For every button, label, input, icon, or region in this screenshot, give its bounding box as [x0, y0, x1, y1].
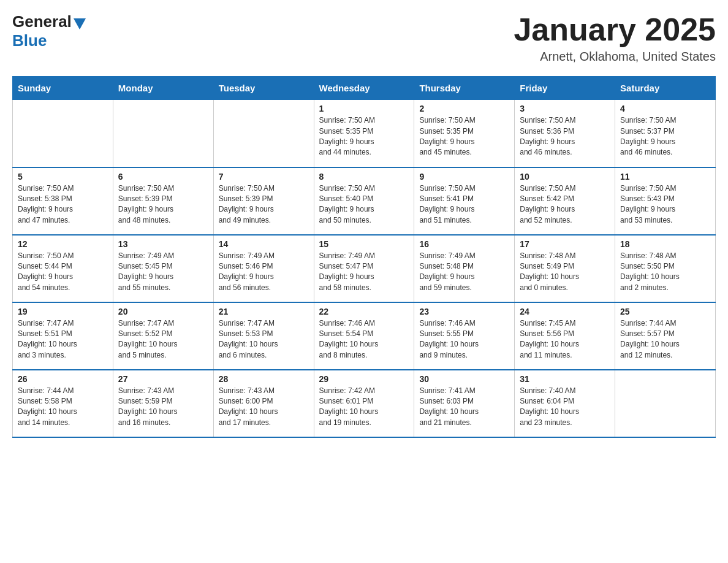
day-number: 17: [520, 239, 610, 249]
day-info: Sunrise: 7:49 AM Sunset: 5:47 PM Dayligh…: [319, 251, 409, 294]
calendar-cell: 22Sunrise: 7:46 AM Sunset: 5:54 PM Dayli…: [314, 302, 414, 370]
calendar-cell: 15Sunrise: 7:49 AM Sunset: 5:47 PM Dayli…: [314, 235, 414, 302]
day-number: 26: [18, 374, 108, 384]
day-info: Sunrise: 7:50 AM Sunset: 5:39 PM Dayligh…: [219, 183, 309, 226]
day-number: 6: [118, 172, 208, 182]
day-info: Sunrise: 7:50 AM Sunset: 5:35 PM Dayligh…: [419, 115, 509, 158]
day-number: 10: [520, 172, 610, 182]
calendar-cell: 19Sunrise: 7:47 AM Sunset: 5:51 PM Dayli…: [13, 302, 113, 370]
day-info: Sunrise: 7:48 AM Sunset: 5:49 PM Dayligh…: [520, 251, 610, 294]
calendar-cell: 26Sunrise: 7:44 AM Sunset: 5:58 PM Dayli…: [13, 370, 113, 437]
calendar-cell: 30Sunrise: 7:41 AM Sunset: 6:03 PM Dayli…: [414, 370, 515, 437]
calendar-cell: 4Sunrise: 7:50 AM Sunset: 5:37 PM Daylig…: [615, 100, 716, 167]
day-info: Sunrise: 7:49 AM Sunset: 5:46 PM Dayligh…: [219, 251, 309, 294]
day-info: Sunrise: 7:46 AM Sunset: 5:55 PM Dayligh…: [419, 318, 509, 361]
day-info: Sunrise: 7:44 AM Sunset: 5:57 PM Dayligh…: [620, 318, 710, 361]
calendar-cell: 2Sunrise: 7:50 AM Sunset: 5:35 PM Daylig…: [414, 100, 515, 167]
calendar-cell: 21Sunrise: 7:47 AM Sunset: 5:53 PM Dayli…: [213, 302, 314, 370]
day-number: 30: [419, 374, 509, 384]
day-number: 27: [118, 374, 208, 384]
calendar-cell: 11Sunrise: 7:50 AM Sunset: 5:43 PM Dayli…: [615, 167, 716, 235]
location-title: Arnett, Oklahoma, United States: [514, 50, 716, 64]
calendar-cell: 1Sunrise: 7:50 AM Sunset: 5:35 PM Daylig…: [314, 100, 414, 167]
day-number: 24: [520, 307, 610, 316]
calendar-cell: 28Sunrise: 7:43 AM Sunset: 6:00 PM Dayli…: [213, 370, 314, 437]
calendar-cell: 7Sunrise: 7:50 AM Sunset: 5:39 PM Daylig…: [213, 167, 314, 235]
calendar-cell: 6Sunrise: 7:50 AM Sunset: 5:39 PM Daylig…: [113, 167, 213, 235]
day-number: 29: [319, 374, 409, 384]
calendar-cell: [113, 100, 213, 167]
day-info: Sunrise: 7:50 AM Sunset: 5:41 PM Dayligh…: [419, 183, 509, 226]
page-header: General Blue January 2025 Arnett, Oklaho…: [12, 12, 716, 64]
calendar-cell: 27Sunrise: 7:43 AM Sunset: 5:59 PM Dayli…: [113, 370, 213, 437]
day-number: 23: [419, 307, 509, 316]
logo-general-text: General: [12, 12, 72, 31]
day-number: 31: [520, 374, 610, 384]
header-monday: Monday: [113, 77, 213, 100]
day-number: 20: [118, 307, 208, 316]
day-number: 5: [18, 172, 108, 182]
day-number: 16: [419, 239, 509, 249]
month-title: January 2025: [514, 12, 716, 47]
calendar-header-row: SundayMondayTuesdayWednesdayThursdayFrid…: [13, 77, 716, 100]
day-info: Sunrise: 7:50 AM Sunset: 5:36 PM Dayligh…: [520, 115, 610, 158]
day-number: 18: [620, 239, 710, 249]
calendar-cell: 24Sunrise: 7:45 AM Sunset: 5:56 PM Dayli…: [515, 302, 615, 370]
calendar-cell: [13, 100, 113, 167]
calendar-cell: 18Sunrise: 7:48 AM Sunset: 5:50 PM Dayli…: [615, 235, 716, 302]
calendar-cell: 5Sunrise: 7:50 AM Sunset: 5:38 PM Daylig…: [13, 167, 113, 235]
day-info: Sunrise: 7:50 AM Sunset: 5:39 PM Dayligh…: [118, 183, 208, 226]
calendar-cell: 25Sunrise: 7:44 AM Sunset: 5:57 PM Dayli…: [615, 302, 716, 370]
calendar-cell: 20Sunrise: 7:47 AM Sunset: 5:52 PM Dayli…: [113, 302, 213, 370]
day-number: 25: [620, 307, 710, 316]
logo: General Blue: [12, 12, 86, 50]
day-number: 9: [419, 172, 509, 182]
day-number: 4: [620, 104, 710, 113]
day-info: Sunrise: 7:50 AM Sunset: 5:44 PM Dayligh…: [18, 251, 108, 294]
header-thursday: Thursday: [414, 77, 515, 100]
calendar-cell: 17Sunrise: 7:48 AM Sunset: 5:49 PM Dayli…: [515, 235, 615, 302]
calendar-week-row: 1Sunrise: 7:50 AM Sunset: 5:35 PM Daylig…: [13, 100, 716, 167]
day-number: 7: [219, 172, 309, 182]
day-info: Sunrise: 7:41 AM Sunset: 6:03 PM Dayligh…: [419, 386, 509, 429]
day-info: Sunrise: 7:49 AM Sunset: 5:48 PM Dayligh…: [419, 251, 509, 294]
day-info: Sunrise: 7:48 AM Sunset: 5:50 PM Dayligh…: [620, 251, 710, 294]
day-info: Sunrise: 7:50 AM Sunset: 5:40 PM Dayligh…: [319, 183, 409, 226]
title-section: January 2025 Arnett, Oklahoma, United St…: [514, 12, 716, 64]
calendar-cell: 23Sunrise: 7:46 AM Sunset: 5:55 PM Dayli…: [414, 302, 515, 370]
day-number: 1: [319, 104, 409, 113]
calendar-table: SundayMondayTuesdayWednesdayThursdayFrid…: [12, 76, 716, 438]
header-tuesday: Tuesday: [213, 77, 314, 100]
calendar-cell: 13Sunrise: 7:49 AM Sunset: 5:45 PM Dayli…: [113, 235, 213, 302]
logo-triangle-icon: [74, 18, 86, 29]
day-info: Sunrise: 7:43 AM Sunset: 6:00 PM Dayligh…: [219, 386, 309, 429]
day-info: Sunrise: 7:50 AM Sunset: 5:38 PM Dayligh…: [18, 183, 108, 226]
calendar-cell: [213, 100, 314, 167]
day-number: 8: [319, 172, 409, 182]
header-saturday: Saturday: [615, 77, 716, 100]
day-number: 13: [118, 239, 208, 249]
day-info: Sunrise: 7:50 AM Sunset: 5:37 PM Dayligh…: [620, 115, 710, 158]
calendar-cell: 29Sunrise: 7:42 AM Sunset: 6:01 PM Dayli…: [314, 370, 414, 437]
header-sunday: Sunday: [13, 77, 113, 100]
day-info: Sunrise: 7:40 AM Sunset: 6:04 PM Dayligh…: [520, 386, 610, 429]
logo-blue-text: Blue: [12, 31, 86, 50]
day-info: Sunrise: 7:49 AM Sunset: 5:45 PM Dayligh…: [118, 251, 208, 294]
day-info: Sunrise: 7:47 AM Sunset: 5:53 PM Dayligh…: [219, 318, 309, 361]
calendar-week-row: 26Sunrise: 7:44 AM Sunset: 5:58 PM Dayli…: [13, 370, 716, 437]
header-wednesday: Wednesday: [314, 77, 414, 100]
day-number: 11: [620, 172, 710, 182]
calendar-week-row: 19Sunrise: 7:47 AM Sunset: 5:51 PM Dayli…: [13, 302, 716, 370]
calendar-week-row: 5Sunrise: 7:50 AM Sunset: 5:38 PM Daylig…: [13, 167, 716, 235]
header-friday: Friday: [515, 77, 615, 100]
day-number: 28: [219, 374, 309, 384]
calendar-cell: 9Sunrise: 7:50 AM Sunset: 5:41 PM Daylig…: [414, 167, 515, 235]
calendar-cell: 14Sunrise: 7:49 AM Sunset: 5:46 PM Dayli…: [213, 235, 314, 302]
calendar-cell: 3Sunrise: 7:50 AM Sunset: 5:36 PM Daylig…: [515, 100, 615, 167]
day-info: Sunrise: 7:50 AM Sunset: 5:43 PM Dayligh…: [620, 183, 710, 226]
day-info: Sunrise: 7:44 AM Sunset: 5:58 PM Dayligh…: [18, 386, 108, 429]
calendar-week-row: 12Sunrise: 7:50 AM Sunset: 5:44 PM Dayli…: [13, 235, 716, 302]
calendar-cell: 10Sunrise: 7:50 AM Sunset: 5:42 PM Dayli…: [515, 167, 615, 235]
calendar-cell: 8Sunrise: 7:50 AM Sunset: 5:40 PM Daylig…: [314, 167, 414, 235]
day-number: 21: [219, 307, 309, 316]
